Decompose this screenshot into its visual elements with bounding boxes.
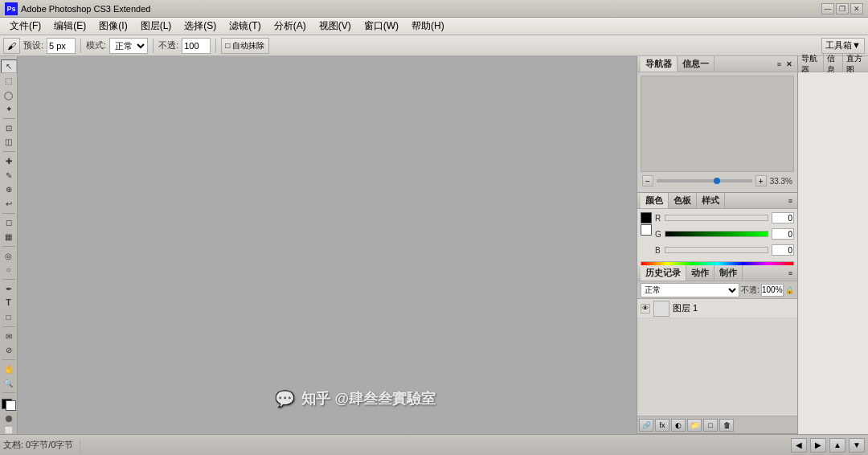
menu-edit[interactable]: 编辑(E) bbox=[47, 18, 92, 35]
navigator-panel-header: 导航器 信息一 ≡ ✕ bbox=[637, 56, 797, 72]
shape-tool[interactable]: □ bbox=[1, 310, 17, 324]
link-layers-btn[interactable]: 🔗 bbox=[639, 419, 653, 432]
text-tool[interactable]: T bbox=[1, 297, 17, 310]
close-button[interactable]: ✕ bbox=[850, 3, 863, 14]
tab-swatches[interactable]: 色板 bbox=[669, 193, 697, 208]
tool-sep-2 bbox=[2, 151, 15, 152]
brush-size-input[interactable] bbox=[47, 38, 76, 54]
tool-preset-picker[interactable]: 🖌 bbox=[3, 38, 20, 54]
status-btn-1[interactable]: ◀ bbox=[791, 438, 807, 453]
tab-color[interactable]: 颜色 bbox=[641, 193, 669, 208]
options-label-2: 模式: bbox=[86, 39, 106, 51]
color-boxes[interactable] bbox=[2, 399, 16, 411]
history-panel-header: 历史记录 动作 制作 ≡ bbox=[637, 265, 797, 281]
history-panel-menu[interactable]: ≡ bbox=[787, 269, 794, 277]
dodge-tool[interactable]: ○ bbox=[1, 263, 17, 277]
clone-tool[interactable]: ⊕ bbox=[1, 182, 17, 196]
tab-styles[interactable]: 样式 bbox=[697, 193, 725, 208]
nav-zoom-slider[interactable] bbox=[657, 179, 752, 182]
pen-tool[interactable]: ✒ bbox=[1, 282, 17, 296]
opacity-input[interactable] bbox=[182, 38, 211, 54]
tab-actions[interactable]: 动作 bbox=[686, 265, 714, 281]
hand-tool[interactable]: ✋ bbox=[1, 363, 17, 376]
notes-tool[interactable]: ✉ bbox=[1, 330, 17, 343]
layer-lock-icon[interactable]: 🔒 bbox=[785, 286, 794, 294]
bg-color-box[interactable] bbox=[641, 224, 652, 236]
red-slider[interactable] bbox=[665, 215, 768, 221]
quick-mask-btn[interactable] bbox=[6, 416, 12, 422]
auto-erase-checkbox[interactable]: □ 自动抹除 bbox=[221, 38, 269, 54]
green-value-input[interactable] bbox=[772, 228, 794, 240]
eraser-tool[interactable]: ◻ bbox=[1, 216, 17, 230]
blue-label: B bbox=[655, 246, 661, 255]
nav-zoom-in-btn[interactable]: + bbox=[755, 175, 767, 187]
lasso-tool[interactable]: ◯ bbox=[1, 88, 17, 102]
menu-file[interactable]: 文件(F) bbox=[3, 18, 47, 35]
status-btn-3[interactable]: ▲ bbox=[829, 438, 845, 453]
magic-wand-tool[interactable]: ✦ bbox=[1, 102, 17, 116]
color-panel-menu[interactable]: ≡ bbox=[787, 197, 794, 205]
layer-item[interactable]: 👁 图层 1 bbox=[637, 299, 797, 318]
blue-slider[interactable] bbox=[665, 247, 768, 253]
restore-button[interactable]: ❐ bbox=[836, 3, 849, 14]
status-btn-4[interactable]: ▼ bbox=[849, 438, 865, 453]
opacity-label: 不透: bbox=[741, 285, 760, 296]
tool-sep-6 bbox=[2, 326, 15, 327]
menu-filter[interactable]: 滤镜(T) bbox=[223, 18, 267, 35]
add-mask-btn[interactable]: ◐ bbox=[671, 419, 686, 432]
marquee-tool[interactable]: ⬚ bbox=[1, 74, 17, 88]
tool-preset-button[interactable]: 工具箱▼ bbox=[821, 38, 865, 54]
red-value-input[interactable] bbox=[772, 212, 794, 223]
blend-mode-select[interactable]: 正常 bbox=[109, 38, 148, 54]
zoom-tool[interactable]: 🔍 bbox=[1, 377, 17, 391]
ps-logo-icon: Ps bbox=[5, 2, 18, 15]
gradient-tool[interactable]: ▦ bbox=[1, 230, 17, 244]
delete-layer-btn[interactable]: 🗑 bbox=[719, 419, 734, 432]
green-channel-row: G bbox=[655, 228, 794, 240]
add-style-btn[interactable]: fx bbox=[655, 419, 669, 432]
menu-view[interactable]: 视图(V) bbox=[313, 18, 358, 35]
move-tool[interactable]: ↖ bbox=[1, 59, 17, 73]
menu-image[interactable]: 图像(I) bbox=[92, 18, 133, 35]
blue-value-input[interactable] bbox=[772, 244, 794, 256]
eyedropper-tool[interactable]: ⊘ bbox=[1, 343, 17, 357]
layer-visibility-icon[interactable]: 👁 bbox=[641, 304, 650, 314]
menu-help[interactable]: 帮助(H) bbox=[405, 18, 451, 35]
slice-tool[interactable]: ◫ bbox=[1, 136, 17, 150]
tab-history[interactable]: 历史记录 bbox=[641, 265, 686, 281]
menu-layer[interactable]: 图层(L) bbox=[134, 18, 178, 35]
crop-tool[interactable]: ⊡ bbox=[1, 121, 17, 135]
screen-mode-btn[interactable]: ⬜ bbox=[5, 427, 13, 434]
history-panel: 历史记录 动作 制作 ≡ 正常 不透: 🔒 👁 bbox=[637, 265, 797, 434]
options-sep-1 bbox=[80, 39, 81, 53]
tab-create[interactable]: 制作 bbox=[714, 265, 743, 281]
fg-color-box[interactable] bbox=[641, 212, 652, 223]
green-slider-fill bbox=[665, 232, 768, 236]
new-layer-btn[interactable]: □ bbox=[703, 419, 718, 432]
layers-bottom-bar: 🔗 fx ◐ 📁 □ 🗑 bbox=[637, 416, 797, 433]
menu-window[interactable]: 窗口(W) bbox=[358, 18, 405, 35]
new-group-btn[interactable]: 📁 bbox=[687, 419, 702, 432]
status-btn-2[interactable]: ▶ bbox=[810, 438, 826, 453]
healing-tool[interactable]: ✚ bbox=[1, 154, 17, 168]
nav-panel-menu[interactable]: ≡ bbox=[776, 60, 783, 68]
brush-tool[interactable]: ✎ bbox=[1, 169, 17, 182]
menu-select[interactable]: 选择(S) bbox=[178, 18, 223, 35]
history-brush-tool[interactable]: ↩ bbox=[1, 197, 17, 211]
minimize-button[interactable]: — bbox=[821, 3, 834, 14]
tab-navigator[interactable]: 导航器 bbox=[641, 56, 678, 72]
layer-thumbnail bbox=[653, 301, 669, 317]
nav-zoom-out-btn[interactable]: − bbox=[642, 175, 653, 187]
layer-name: 图层 1 bbox=[673, 302, 698, 314]
layer-opacity-input[interactable] bbox=[761, 284, 784, 297]
green-slider[interactable] bbox=[665, 231, 768, 237]
tab-info[interactable]: 信息一 bbox=[678, 56, 714, 72]
background-color[interactable] bbox=[6, 400, 16, 411]
nav-panel-close[interactable]: ✕ bbox=[784, 60, 794, 68]
far-right-mini-panel: 导航器 信息 直方图 bbox=[797, 56, 868, 434]
options-bar: 🖌 预设: 模式: 正常 不透: □ 自动抹除 工具箱▼ bbox=[0, 35, 868, 56]
menu-analysis[interactable]: 分析(A) bbox=[268, 18, 313, 35]
layers-blend-mode[interactable]: 正常 bbox=[641, 283, 739, 297]
menu-bar: 文件(F) 编辑(E) 图像(I) 图层(L) 选择(S) 滤镜(T) 分析(A… bbox=[0, 18, 868, 35]
blur-tool[interactable]: ◎ bbox=[1, 249, 17, 263]
